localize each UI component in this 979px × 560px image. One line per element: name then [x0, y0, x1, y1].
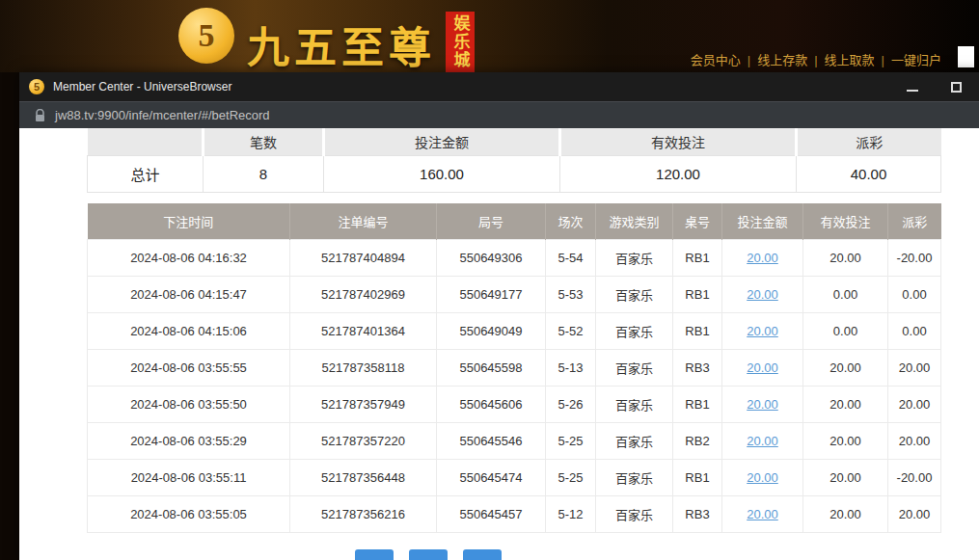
session-cell: 5-25 — [546, 422, 596, 459]
pagination-button[interactable] — [463, 549, 502, 560]
window-controls — [907, 82, 969, 93]
bet-id-cell: 521787404894 — [290, 239, 437, 276]
table-no-cell: RB1 — [673, 386, 722, 422]
bet-amount-link[interactable]: 20.00 — [747, 470, 778, 485]
round-id-cell: 550649306 — [437, 239, 546, 276]
header-bet-id: 注单编号 — [290, 203, 437, 239]
table-no-cell: RB1 — [673, 239, 722, 276]
table-no-cell: RB3 — [673, 495, 722, 532]
bet-id-cell: 521787357220 — [290, 422, 437, 459]
valid-bet-cell: 0.00 — [803, 276, 888, 312]
bet-id-cell: 521787357949 — [290, 386, 437, 422]
window-title: Member Center - UniverseBrowser — [53, 80, 907, 93]
table-row: 2024-08-06 04:16:32521787404894550649306… — [88, 239, 941, 276]
game-type-cell: 百家乐 — [596, 239, 673, 276]
summary-total-row: 总计 8 160.00 120.00 40.00 — [88, 155, 941, 192]
valid-bet-cell: 20.00 — [803, 239, 888, 276]
round-id-cell: 550645598 — [437, 349, 546, 386]
bet-amount-link[interactable]: 20.00 — [747, 397, 778, 412]
brand-badge: 娱乐城 — [446, 12, 475, 72]
summary-header-payout: 派彩 — [797, 128, 941, 155]
payout-cell: 0.00 — [888, 276, 941, 312]
casino-banner: 5 九五至尊 娱乐城 会员中心|线上存款|线上取款|一键归户 — [0, 0, 979, 72]
nav-link-withdraw[interactable]: 线上取款 — [825, 53, 875, 67]
summary-count-value: 8 — [204, 155, 324, 192]
header-table-no: 桌号 — [673, 203, 722, 239]
bet-amount-link[interactable]: 20.00 — [747, 507, 778, 521]
bet-time-cell: 2024-08-06 03:55:29 — [88, 422, 290, 459]
bet-amount-link[interactable]: 20.00 — [747, 434, 778, 448]
table-no-cell: RB1 — [673, 276, 722, 312]
payout-cell: 20.00 — [888, 349, 941, 386]
maximize-icon[interactable] — [951, 82, 962, 93]
bet-amount-link[interactable]: 20.00 — [747, 360, 778, 375]
game-type-cell: 百家乐 — [596, 349, 673, 386]
round-id-cell: 550645457 — [437, 495, 546, 532]
brand-logo-icon: 5 — [178, 8, 234, 64]
header-valid-bet: 有效投注 — [803, 203, 888, 239]
pagination — [355, 549, 502, 560]
round-id-cell: 550649049 — [437, 312, 546, 349]
nav-link-member-center[interactable]: 会员中心 — [691, 53, 741, 67]
bet-amount-cell: 20.00 — [722, 349, 803, 386]
nav-separator: | — [748, 53, 750, 67]
game-type-cell: 百家乐 — [596, 459, 673, 495]
url-text: jw88.tv:9900/infe/mcenter/#/betRecord — [55, 108, 270, 122]
pagination-button[interactable] — [355, 549, 394, 560]
side-panel-button[interactable] — [958, 46, 974, 67]
bet-time-cell: 2024-08-06 04:15:47 — [88, 276, 290, 312]
payout-cell: 20.00 — [888, 422, 941, 459]
table-header-row: 下注时间 注单编号 局号 场次 游戏类别 桌号 投注金额 有效投注 派彩 — [88, 203, 941, 239]
bet-time-cell: 2024-08-06 03:55:05 — [88, 495, 290, 532]
table-row: 2024-08-06 04:15:06521787401364550649049… — [88, 312, 941, 349]
payout-cell: -20.00 — [888, 459, 941, 495]
nav-link-deposit[interactable]: 线上存款 — [757, 53, 807, 67]
session-cell: 5-53 — [546, 276, 596, 312]
summary-header-valid-bet: 有效投注 — [560, 128, 797, 155]
bet-time-cell: 2024-08-06 04:15:06 — [88, 312, 290, 349]
payout-cell: 20.00 — [888, 386, 941, 422]
bet-amount-cell: 20.00 — [722, 495, 803, 532]
browser-window: 5 Member Center - UniverseBrowser jw88.t… — [19, 72, 979, 560]
table-row: 2024-08-06 04:15:47521787402969550649177… — [88, 276, 941, 312]
summary-valid-bet-value: 120.00 — [560, 155, 797, 192]
header-game-type: 游戏类别 — [596, 203, 673, 239]
session-cell: 5-52 — [546, 312, 596, 349]
bet-time-cell: 2024-08-06 04:16:32 — [88, 239, 290, 276]
bet-amount-link[interactable]: 20.00 — [747, 251, 778, 265]
pagination-button[interactable] — [409, 549, 448, 560]
game-type-cell: 百家乐 — [596, 276, 673, 312]
table-no-cell: RB1 — [673, 312, 722, 349]
page-content: 笔数 投注金额 有效投注 派彩 总计 8 160.00 120.00 40.00 — [19, 128, 979, 560]
header-bet-amount: 投注金额 — [722, 203, 803, 239]
table-row: 2024-08-06 03:55:50521787357949550645606… — [88, 386, 941, 422]
session-cell: 5-25 — [546, 459, 596, 495]
summary-header-empty — [88, 128, 204, 155]
table-row: 2024-08-06 03:55:11521787356448550645474… — [88, 459, 941, 495]
brand-logo-text: 5 — [199, 17, 215, 54]
bet-amount-cell: 20.00 — [722, 239, 803, 276]
bet-amount-link[interactable]: 20.00 — [747, 324, 778, 338]
header-payout: 派彩 — [888, 203, 941, 239]
table-row: 2024-08-06 03:55:29521787357220550645546… — [88, 422, 941, 459]
summary-header-row: 笔数 投注金额 有效投注 派彩 — [88, 128, 941, 155]
game-type-cell: 百家乐 — [596, 495, 673, 532]
game-type-cell: 百家乐 — [596, 386, 673, 422]
session-cell: 5-12 — [546, 495, 596, 532]
bet-amount-link[interactable]: 20.00 — [747, 287, 778, 302]
table-row: 2024-08-06 03:55:05521787356216550645457… — [88, 495, 941, 532]
session-cell: 5-13 — [546, 349, 596, 386]
nav-link-one-key-transfer[interactable]: 一键归户 — [891, 53, 941, 67]
payout-cell: -20.00 — [888, 239, 941, 276]
minimize-icon[interactable] — [907, 82, 918, 92]
browser-urlbar[interactable]: jw88.tv:9900/infe/mcenter/#/betRecord — [19, 101, 979, 128]
bet-id-cell: 521787356448 — [290, 459, 437, 495]
summary-total-label: 总计 — [88, 155, 204, 192]
valid-bet-cell: 20.00 — [803, 459, 888, 495]
valid-bet-cell: 20.00 — [803, 386, 888, 422]
bet-amount-cell: 20.00 — [722, 422, 803, 459]
header-round-id: 局号 — [437, 203, 546, 239]
payout-cell: 20.00 — [888, 495, 941, 532]
bet-time-cell: 2024-08-06 03:55:50 — [88, 386, 290, 422]
bet-amount-cell: 20.00 — [722, 276, 803, 312]
